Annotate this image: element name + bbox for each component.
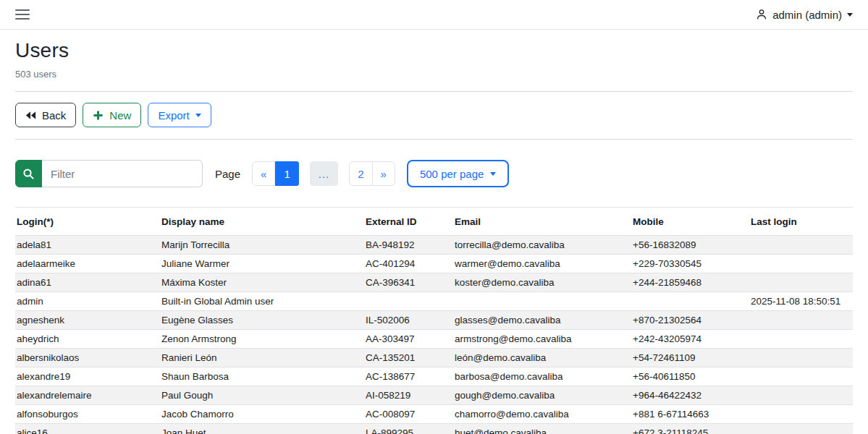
filter-input[interactable] xyxy=(42,160,203,187)
table-cell: warmer@demo.cavaliba xyxy=(453,255,631,273)
column-header: Display name xyxy=(160,208,364,236)
table-cell: león@demo.cavaliba xyxy=(453,349,631,367)
per-page-label: 500 per page xyxy=(420,168,484,180)
column-header: Email xyxy=(453,208,631,236)
table-row[interactable]: alexandrelemairePaul GoughAI-058219gough… xyxy=(15,386,853,405)
table-cell: adela81 xyxy=(15,236,160,255)
table-cell: +964-46422432 xyxy=(631,386,749,405)
per-page-dropdown[interactable]: 500 per page xyxy=(407,160,509,187)
table-cell: +672 3-21118245 xyxy=(631,424,749,434)
table-cell: AI-058219 xyxy=(364,386,453,405)
table-cell xyxy=(631,292,749,311)
table-cell: IL-502006 xyxy=(364,311,453,330)
table-cell: alexandre19 xyxy=(15,367,160,386)
chevron-down-icon xyxy=(195,114,201,117)
table-cell: +54-72461109 xyxy=(631,349,749,367)
pagination-group: « 1 xyxy=(252,161,299,186)
table-row[interactable]: adminBuilt-in Global Admin user2025-11-0… xyxy=(15,292,853,311)
table-cell: aheydrich xyxy=(15,330,160,349)
table-cell: torrecilla@demo.cavaliba xyxy=(453,236,631,255)
pagination-group: 2 » xyxy=(349,161,395,186)
table-row[interactable]: adela81Marijn TorrecillaBA-948192torreci… xyxy=(15,236,853,255)
table-cell: admin xyxy=(15,292,160,311)
table-cell xyxy=(749,236,853,255)
table-cell: Ranieri León xyxy=(160,349,364,367)
table-cell: gough@demo.cavaliba xyxy=(453,386,631,405)
table-cell: alfonsoburgos xyxy=(15,405,160,424)
table-cell: Juliane Warmer xyxy=(160,255,364,273)
search-button[interactable] xyxy=(15,160,42,187)
table-row[interactable]: agneshenkEugène GlassesIL-502006glasses@… xyxy=(15,311,853,330)
column-header: Login(*) xyxy=(15,208,160,236)
pagination-page-1[interactable]: 1 xyxy=(275,161,298,186)
new-button[interactable]: New xyxy=(83,103,141,127)
table-cell: Marijn Torrecilla xyxy=(160,236,364,255)
pagination-next[interactable]: » xyxy=(373,161,395,186)
table-cell: Máxima Koster xyxy=(160,273,364,292)
back-button-label: Back xyxy=(42,109,66,122)
user-count: 503 users xyxy=(15,69,853,80)
table-cell: +56-16832089 xyxy=(631,236,749,255)
table-cell: +244-21859468 xyxy=(631,273,749,292)
search-group xyxy=(15,160,203,187)
pagination: « 1 ... 2 » xyxy=(252,161,395,186)
table-cell xyxy=(749,311,853,330)
column-header: Mobile xyxy=(631,208,749,236)
user-label: admin (admin) xyxy=(772,9,842,21)
user-menu[interactable]: admin (admin) xyxy=(756,9,853,21)
toolbar: Back New Export xyxy=(15,103,853,127)
table-cell: 2025-11-08 18:50:51 xyxy=(749,292,853,311)
search-icon xyxy=(22,168,35,180)
table-row[interactable]: alexandre19Shaun BarbosaAC-138677barbosa… xyxy=(15,367,853,386)
table-cell xyxy=(749,349,853,367)
hamburger-menu-icon[interactable] xyxy=(15,9,30,20)
table-cell: Zenon Armstrong xyxy=(160,330,364,349)
user-icon xyxy=(756,9,767,20)
table-cell: +870-21302564 xyxy=(631,311,749,330)
export-button[interactable]: Export xyxy=(148,103,211,127)
table-cell: Shaun Barbosa xyxy=(160,367,364,386)
table-cell: alice16 xyxy=(15,424,160,434)
table-cell: chamorro@demo.cavaliba xyxy=(453,405,631,424)
table-cell xyxy=(749,405,853,424)
page-title: Users xyxy=(15,39,853,62)
table-cell: CA-135201 xyxy=(364,349,453,367)
table-cell xyxy=(749,255,853,273)
table-cell: adina61 xyxy=(15,273,160,292)
table-cell: LA-899295 xyxy=(364,424,453,434)
plus-icon xyxy=(93,110,104,121)
table-row[interactable]: alfonsoburgosJacob ChamorroAC-008097cham… xyxy=(15,405,853,424)
table-row[interactable]: aheydrichZenon ArmstrongAA-303497armstro… xyxy=(15,330,853,349)
table-cell: BA-948192 xyxy=(364,236,453,255)
table-row[interactable]: alice16Joan HuetLA-899295huet@demo.caval… xyxy=(15,424,853,434)
table-cell: albersnikolaos xyxy=(15,349,160,367)
table-cell: adelaarmeike xyxy=(15,255,160,273)
table-cell: Jacob Chamorro xyxy=(160,405,364,424)
page-label: Page xyxy=(215,168,240,180)
users-table-body: adela81Marijn TorrecillaBA-948192torreci… xyxy=(15,236,853,434)
table-row[interactable]: adelaarmeikeJuliane WarmerAC-401294warme… xyxy=(15,255,853,273)
table-cell: CA-396341 xyxy=(364,273,453,292)
table-cell xyxy=(453,292,631,311)
table-row[interactable]: albersnikolaosRanieri LeónCA-135201león@… xyxy=(15,349,853,367)
rewind-icon xyxy=(25,111,36,120)
filter-row: Page « 1 ... 2 » 500 per page xyxy=(15,160,853,187)
table-row[interactable]: adina61Máxima KosterCA-396341koster@demo… xyxy=(15,273,853,292)
pagination-prev[interactable]: « xyxy=(252,161,275,186)
table-cell: +242-43205974 xyxy=(631,330,749,349)
table-cell: armstrong@demo.cavaliba xyxy=(453,330,631,349)
table-cell xyxy=(749,273,853,292)
table-cell: huet@demo.cavaliba xyxy=(453,424,631,434)
column-header: Last login xyxy=(749,208,853,236)
table-header-row: Login(*)Display nameExternal IDEmailMobi… xyxy=(15,208,853,236)
table-cell: +229-70330545 xyxy=(631,255,749,273)
table-cell: Eugène Glasses xyxy=(160,311,364,330)
top-bar: admin (admin) xyxy=(0,0,868,30)
divider xyxy=(15,139,853,140)
divider xyxy=(15,91,853,92)
pagination-page-2[interactable]: 2 xyxy=(349,161,372,186)
table-cell xyxy=(749,386,853,405)
back-button[interactable]: Back xyxy=(15,103,76,127)
table-cell xyxy=(364,292,453,311)
table-cell: +56-40611850 xyxy=(631,367,749,386)
